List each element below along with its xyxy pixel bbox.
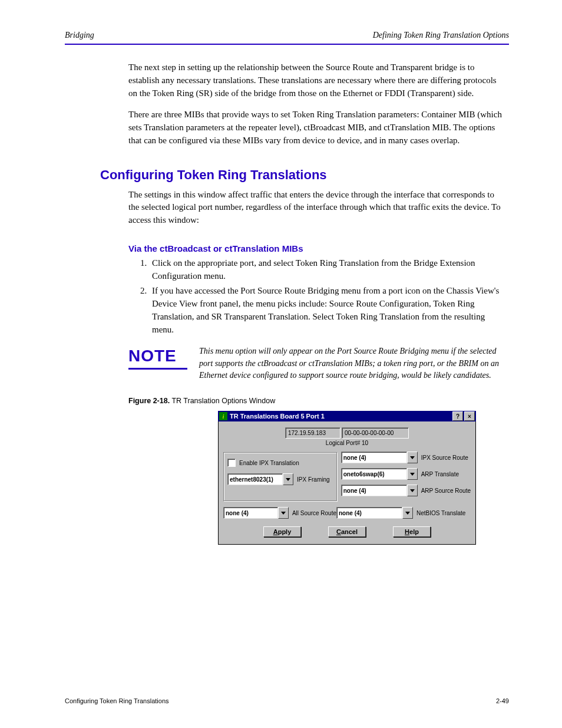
footer-left: Configuring Token Ring Translations — [65, 697, 169, 704]
ipx-source-route-combo[interactable]: none (4) — [341, 452, 418, 463]
section-heading: Configuring Token Ring Translations — [100, 167, 509, 183]
netbios-translate-label: NetBIOS Translate — [416, 510, 465, 516]
step-1: 1. Click on the appropriate port, and se… — [140, 257, 505, 283]
logical-port-label: Logical Port# 10 — [223, 440, 471, 446]
help-button[interactable]: Help — [393, 526, 431, 537]
tr-translations-dialog: i TR Translations Board 5 Port 1 ? × 172… — [218, 411, 476, 545]
all-source-route-label: All Source Route — [292, 510, 336, 516]
header-right: Defining Token Ring Translation Options — [373, 31, 509, 40]
figure-caption: Figure 2-18. TR Translation Options Wind… — [128, 397, 509, 405]
chevron-down-icon[interactable] — [278, 507, 289, 519]
window-title: TR Translations Board 5 Port 1 — [230, 413, 451, 420]
app-icon: i — [219, 412, 227, 420]
section-para: The settings in this window affect traff… — [128, 189, 505, 227]
intro-para-1: The next step in setting up the relation… — [128, 61, 505, 100]
intro-para-2: There are three MIBs that provide ways t… — [128, 108, 505, 147]
close-icon[interactable]: × — [464, 411, 475, 421]
enable-ipx-checkbox[interactable] — [227, 459, 236, 467]
ip-field: 172.19.59.183 — [285, 427, 340, 439]
chevron-down-icon[interactable] — [402, 507, 413, 519]
netbios-translate-combo[interactable]: none (4) — [336, 508, 413, 518]
chevron-down-icon[interactable] — [407, 485, 418, 496]
ipx-groupbox: Enable IPX Translation ethernet8023(1) I… — [223, 452, 338, 502]
footer-right: 2-49 — [496, 697, 509, 704]
chevron-down-icon[interactable] — [407, 468, 418, 480]
step-1-text: Click on the appropriate port, and selec… — [152, 257, 505, 283]
all-source-route-combo[interactable]: none (4) — [223, 508, 289, 518]
arp-source-route-combo[interactable]: none (4) — [341, 485, 418, 496]
ipx-source-route-label: IPX Source Route — [421, 454, 468, 461]
header-left: Bridging — [65, 31, 94, 40]
chevron-down-icon[interactable] — [407, 452, 418, 463]
apply-button[interactable]: Apply — [263, 526, 301, 537]
help-icon[interactable]: ? — [452, 411, 463, 421]
enable-ipx-label: Enable IPX Translation — [239, 460, 299, 466]
header-rule — [65, 44, 509, 45]
arp-source-route-label: ARP Source Route — [421, 487, 471, 494]
step-2-text: If you have accessed the Port Source Rou… — [152, 285, 505, 336]
arp-translate-combo[interactable]: oneto6swap(6) — [341, 469, 418, 479]
ipx-framing-label: IPX Framing — [297, 476, 330, 483]
ipx-framing-combo[interactable]: ethernet8023(1) — [227, 474, 293, 485]
step-2: 2. If you have accessed the Port Source … — [140, 285, 505, 336]
titlebar[interactable]: i TR Translations Board 5 Port 1 ? × — [218, 411, 476, 421]
mac-field: 00-00-00-00-00-00 — [342, 427, 409, 439]
subheading: Via the ctBroadcast or ctTranslation MIB… — [128, 243, 509, 253]
note-label: NOTE — [128, 345, 199, 381]
arp-translate-label: ARP Translate — [421, 471, 459, 477]
chevron-down-icon[interactable] — [283, 473, 293, 485]
note-text: This menu option will only appear on the… — [199, 345, 505, 381]
cancel-button[interactable]: Cancel — [328, 526, 366, 537]
